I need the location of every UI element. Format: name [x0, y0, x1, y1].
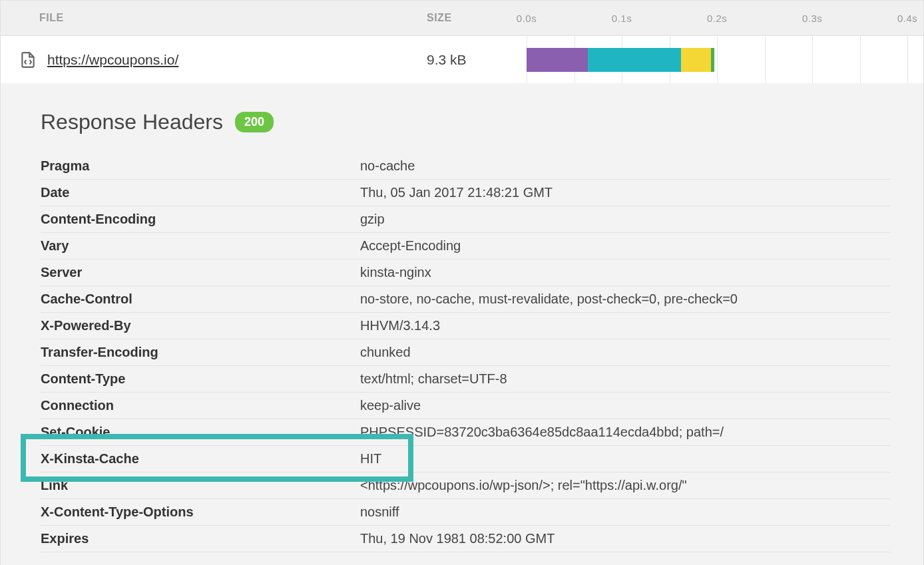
- waterfall-segment: [711, 48, 714, 72]
- header-name: X-Powered-By: [41, 314, 360, 337]
- header-row: ExpiresThu, 19 Nov 1981 08:52:00 GMT: [41, 526, 890, 552]
- header-value: no-store, no-cache, must-revalidate, pos…: [360, 287, 890, 311]
- header-name: Vary: [41, 234, 360, 258]
- header-value: no-cache: [360, 154, 890, 178]
- header-row: Cache-Controlno-store, no-cache, must-re…: [41, 286, 890, 313]
- header-value: chunked: [360, 341, 890, 364]
- waterfall-bar: [527, 48, 714, 72]
- col-header-file: FILE: [1, 12, 427, 24]
- header-row: Transfer-Encodingchunked: [41, 339, 890, 366]
- header-name: Cache-Control: [41, 287, 360, 311]
- section-title: Response Headers 200: [41, 110, 890, 134]
- header-value: Thu, 05 Jan 2017 21:48:21 GMT: [360, 181, 890, 204]
- col-header-size: SIZE: [427, 12, 527, 24]
- header-value: nosniff: [360, 500, 890, 524]
- header-name: Pragma: [41, 154, 360, 178]
- header-name: Server: [41, 261, 360, 284]
- request-table: FILE SIZE 0.0s0.1s0.2s0.3s0.4s https://w…: [0, 0, 924, 565]
- header-name: Date: [41, 181, 360, 204]
- file-cell: https://wpcoupons.io/: [1, 51, 427, 69]
- waterfall-segment: [527, 48, 588, 72]
- header-name: Connection: [41, 394, 360, 417]
- timeline-tick: 0.3s: [802, 13, 822, 24]
- header-row: X-Powered-ByHHVM/3.14.3: [41, 313, 890, 339]
- section-heading: Response Headers: [41, 110, 223, 134]
- header-value: gzip: [360, 208, 890, 231]
- table-header: FILE SIZE 0.0s0.1s0.2s0.3s0.4s: [1, 1, 923, 35]
- header-name: Link: [41, 474, 360, 497]
- header-name: Content-Type: [41, 367, 360, 391]
- waterfall-cell: [527, 36, 923, 83]
- header-row: Link<https://wpcoupons.io/wp-json/>; rel…: [41, 472, 890, 499]
- header-value: text/html; charset=UTF-8: [360, 367, 890, 391]
- header-value: PHPSESSID=83720c3ba6364e85dc8aa114ecda4b…: [360, 421, 890, 444]
- timeline-tick: 0.0s: [517, 13, 537, 24]
- header-value: <https://wpcoupons.io/wp-json/>; rel="ht…: [360, 474, 890, 497]
- header-row: VaryAccept-Encoding: [41, 233, 890, 260]
- header-name: Set-Cookie: [41, 421, 360, 444]
- header-name: Expires: [41, 527, 360, 550]
- file-url-link[interactable]: https://wpcoupons.io/: [47, 52, 178, 68]
- timeline-tick: 0.1s: [612, 13, 632, 24]
- header-row: Content-Encodinggzip: [41, 206, 890, 233]
- timeline-tick: 0.2s: [707, 13, 727, 24]
- header-name: X-Content-Type-Options: [41, 500, 360, 524]
- response-details: Response Headers 200 Pragmano-cacheDateT…: [1, 83, 923, 565]
- header-name: X-Kinsta-Cache: [41, 447, 360, 471]
- timeline-tick: 0.4s: [897, 13, 917, 24]
- header-value: Thu, 19 Nov 1981 08:52:00 GMT: [360, 527, 890, 550]
- header-row: Serverkinsta-nginx: [41, 260, 890, 286]
- header-row: X-Kinsta-CacheHIT: [41, 446, 890, 472]
- header-row: Connectionkeep-alive: [41, 393, 890, 419]
- table-row[interactable]: https://wpcoupons.io/ 9.3 kB: [1, 35, 923, 83]
- header-name: Content-Encoding: [41, 208, 360, 231]
- header-row: Set-CookiePHPSESSID=83720c3ba6364e85dc8a…: [41, 419, 890, 446]
- header-row: Pragmano-cache: [41, 153, 890, 180]
- header-row: DateThu, 05 Jan 2017 21:48:21 GMT: [41, 180, 890, 206]
- header-value: keep-alive: [360, 394, 890, 417]
- headers-table: Pragmano-cacheDateThu, 05 Jan 2017 21:48…: [41, 153, 890, 552]
- waterfall-segment: [681, 48, 712, 72]
- header-name: Transfer-Encoding: [41, 341, 360, 364]
- col-header-waterfall: 0.0s0.1s0.2s0.3s0.4s: [527, 1, 923, 35]
- header-value: Accept-Encoding: [360, 234, 890, 258]
- waterfall-segment: [588, 48, 681, 72]
- size-cell: 9.3 kB: [427, 52, 527, 68]
- header-value: kinsta-nginx: [360, 261, 890, 284]
- header-row: Content-Typetext/html; charset=UTF-8: [41, 366, 890, 393]
- html-file-icon: [19, 51, 37, 69]
- header-row: X-Content-Type-Optionsnosniff: [41, 499, 890, 526]
- header-value: HHVM/3.14.3: [360, 314, 890, 337]
- status-badge: 200: [235, 112, 274, 132]
- header-value: HIT: [360, 447, 890, 471]
